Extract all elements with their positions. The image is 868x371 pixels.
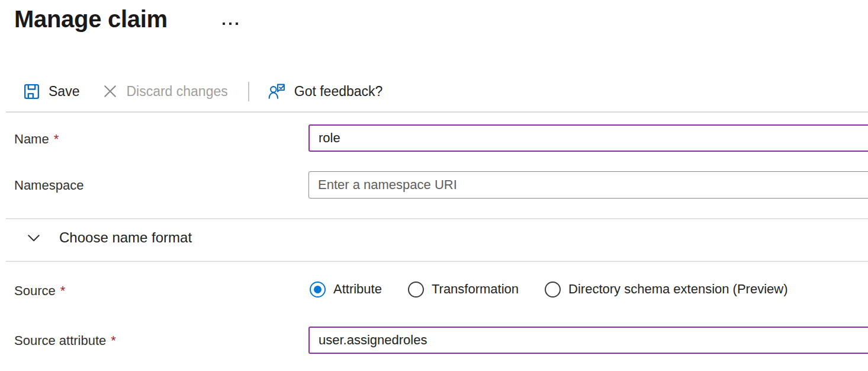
save-label: Save [49, 84, 79, 100]
radio-unselected-icon [545, 282, 561, 298]
name-label-text: Name [14, 132, 49, 146]
toolbar-divider [248, 82, 249, 101]
name-input[interactable] [308, 124, 868, 152]
required-asterisk: * [111, 333, 116, 348]
source-radio-group: Attribute Transformation Directory schem… [310, 276, 814, 303]
namespace-field-label: Namespace [14, 178, 83, 193]
radio-attribute[interactable]: Attribute [310, 282, 382, 298]
radio-transformation-label: Transformation [432, 282, 519, 297]
feedback-button[interactable]: Got feedback? [267, 82, 383, 101]
discard-changes-button[interactable]: Discard changes [102, 83, 227, 100]
chevron-down-icon [25, 229, 43, 247]
name-field-label: Name* [14, 132, 59, 147]
radio-transformation[interactable]: Transformation [408, 282, 519, 298]
section-divider [6, 218, 868, 219]
source-attribute-input[interactable] [308, 327, 868, 354]
section-divider [6, 261, 868, 262]
save-icon [22, 82, 41, 101]
radio-directory-schema-extension-label: Directory schema extension (Preview) [568, 282, 787, 297]
source-attribute-field-label: Source attribute* [14, 333, 116, 348]
radio-unselected-icon [408, 282, 424, 298]
required-asterisk: * [54, 132, 59, 146]
ellipsis-icon [236, 23, 238, 25]
required-asterisk: * [60, 283, 66, 298]
namespace-input[interactable] [308, 171, 868, 199]
source-label-text: Source [14, 283, 56, 298]
feedback-icon [267, 82, 287, 101]
radio-attribute-label: Attribute [333, 282, 382, 297]
feedback-label: Got feedback? [294, 84, 383, 100]
ellipsis-icon [229, 23, 232, 25]
source-field-label: Source* [14, 283, 65, 299]
save-button[interactable]: Save [22, 82, 79, 101]
choose-name-format-toggle[interactable]: Choose name format [25, 229, 192, 247]
ellipsis-icon [223, 23, 225, 25]
command-bar: Save Discard changes Got feedback? [22, 78, 382, 104]
radio-directory-schema-extension[interactable]: Directory schema extension (Preview) [545, 282, 787, 298]
choose-name-format-label: Choose name format [59, 229, 192, 246]
source-attribute-label-text: Source attribute [14, 333, 106, 348]
close-icon [102, 83, 118, 100]
toolbar-underline [6, 111, 868, 113]
discard-changes-label: Discard changes [126, 84, 227, 100]
radio-selected-icon [310, 282, 326, 298]
page-title: Manage claim [14, 6, 168, 33]
more-options-button[interactable] [220, 20, 240, 27]
